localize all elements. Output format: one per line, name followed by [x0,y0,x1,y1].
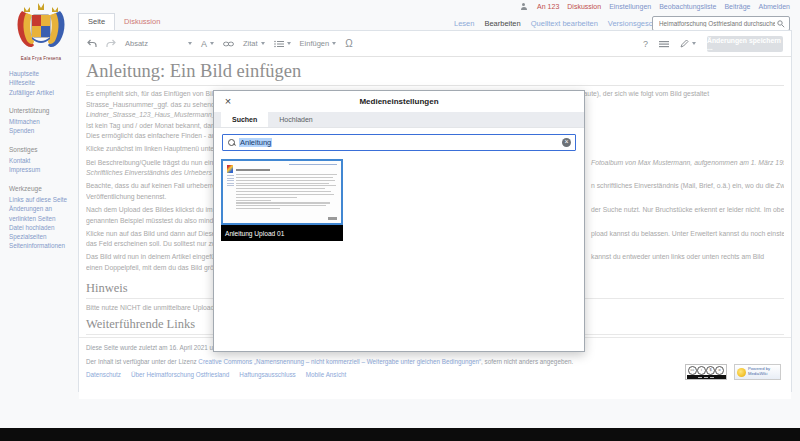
sidebar-link-hauptseite[interactable]: Hauptseite [9,69,73,78]
sidebar-link-kontakt[interactable]: Kontakt [9,156,73,165]
pencil-icon [680,39,689,48]
article-text-right: kannst du entweder unten links oder unte… [591,253,764,260]
menu-icon [659,40,669,48]
paragraph-format-dropdown[interactable]: Absatz [125,39,192,48]
mini-page-text [236,174,337,211]
link-button[interactable] [223,39,234,48]
save-changes-button[interactable]: Änderungen speichern ... [707,36,783,52]
cc-icon: cc [688,366,697,375]
search-results: Anleitung Upload 01 [214,151,584,249]
clear-search-icon[interactable]: × [562,138,571,147]
personal-tools: An 123DiskussionEinstellungenBeobachtung… [520,3,790,10]
redo-icon [106,39,116,48]
sidebar-item: Mitmachen [9,117,73,126]
text-style-label: A [201,39,207,49]
dialog-tab-suchen[interactable]: Suchen [221,112,268,127]
site-search[interactable] [652,16,790,31]
dialog-tab-hochladen[interactable]: Hochladen [268,112,323,127]
view-bearbeiten[interactable]: Bearbeiten [484,19,520,28]
sidebar-link-hilfeseite[interactable]: Hilfeseite [9,78,73,87]
sidebar-link-mitmachen[interactable]: Mitmachen [9,117,73,126]
media-settings-dialog: × Medieneinstellungen SuchenHochladen An… [213,90,585,352]
site-search-input[interactable] [657,19,777,28]
sidebar-item: Zufälliger Artikel [9,88,73,97]
sidebar-link-links-auf-diese-seite[interactable]: Links auf diese Seite [9,195,73,204]
sidebar-item: Seiteninformationen [9,241,73,250]
footer-link--ber-heimatforschung-ostfriesland[interactable]: Über Heimatforschung Ostfriesland [131,371,229,378]
sidebar-section-header: Unterstützung [9,106,73,115]
mini-page-badge [328,217,337,220]
special-character-button[interactable]: Ω [345,38,352,49]
page-title: Anleitung: Ein Bild einfügen [86,61,784,86]
license-link[interactable]: Creative Commons „Namensnennung – nicht … [198,358,481,365]
article-text-right: n schriftliches Einverständnis (Mail, Br… [591,182,784,189]
sidebar-link-datei-hochladen[interactable]: Datei hochladen [9,223,73,232]
chevron-down-icon [261,42,265,45]
close-icon[interactable]: × [221,94,235,108]
media-search-value: Anleitung [239,138,272,147]
view-quelltext-bearbeiten[interactable]: Quelltext bearbeiten [531,19,598,28]
screen: Eala Frya Fresena An 123DiskussionEinste… [0,0,800,441]
article-text-right: Fotoalbum von Max Mustermann, aufgenomme… [591,159,784,166]
sidebar-item: Änderungen an verlinkten Seiten [9,204,73,223]
link-icon [223,40,234,48]
user-icon [520,3,527,10]
footer-link-mobile-ansicht[interactable]: Mobile Ansicht [306,371,347,378]
article-text-right: der Suche nutzt. Nur Bruchstücke erkennt… [591,206,784,213]
personal-link-diskussion[interactable]: Diskussion [567,3,601,10]
media-search-field[interactable]: Anleitung × [222,134,576,151]
sidebar-item: Spenden [9,126,73,135]
article-text-left: Dies ermöglicht das einfachere Finden - … [86,132,234,139]
sidebar-link-impressum[interactable]: Impressum [9,165,73,174]
sidebar-link-seiteninformationen[interactable]: Seiteninformationen [9,241,73,250]
redo-button[interactable] [106,39,116,48]
sidebar-link-spenden[interactable]: Spenden [9,126,73,135]
footer-link-haftungsausschluss[interactable]: Haftungsausschluss [239,371,295,378]
cite-dropdown[interactable]: Zitat [243,39,265,48]
text-style-dropdown[interactable]: A [201,39,214,49]
dialog-tabs: SuchenHochladen [214,112,584,128]
mini-page-topline [289,164,337,165]
chevron-down-icon [692,42,696,45]
mediawiki-sunflower-icon [737,368,746,377]
list-format-dropdown[interactable] [274,40,291,48]
cc-by-icon: i [697,366,706,375]
personal-link-abmelden[interactable]: Abmelden [758,3,790,10]
tab-diskussion[interactable]: Diskussion [115,14,169,30]
bullet-list-icon [274,40,284,48]
toolbar-right-group: ? Änderungen speichern ... [643,36,783,52]
personal-link-einstellungen[interactable]: Einstellungen [609,3,651,10]
sidebar-link-spezialseiten[interactable]: Spezialseiten [9,232,73,241]
mini-page-sidebar [227,175,234,188]
help-button[interactable]: ? [643,39,648,49]
sidebar: HauptseiteHilfeseiteZufälliger ArtikelUn… [9,69,73,251]
user-page-link[interactable]: An 123 [537,3,559,10]
creative-commons-badge-icon[interactable]: cc i $ o [685,364,727,380]
article-text-left: Veröffentlichung benennst. [86,193,166,200]
media-result-item[interactable]: Anleitung Upload 01 [221,159,343,241]
cite-label: Zitat [243,39,258,48]
view-lesen[interactable]: Lesen [454,19,474,28]
article-text-left: genannten Beispiel müsstest du also mind… [86,217,233,224]
undo-button[interactable] [87,39,97,48]
sidebar-link-zuf-lliger-artikel[interactable]: Zufälliger Artikel [9,88,73,97]
search-icon [227,138,236,147]
insert-label: Einfügen [300,39,330,48]
sidebar-item: Datei hochladen [9,223,73,232]
cc-sa-icon: o [715,366,724,375]
page-options-button[interactable] [659,39,669,48]
insert-dropdown[interactable]: Einfügen [300,39,337,48]
sidebar-link--nderungen-an-verlinkten-seiten[interactable]: Änderungen an verlinkten Seiten [9,204,73,223]
chevron-down-icon [287,42,291,45]
personal-link-beobachtungsliste[interactable]: Beobachtungsliste [659,3,716,10]
tab-seite[interactable]: Seite [78,13,115,30]
site-logo[interactable]: Eala Frya Fresena [12,1,70,65]
chevron-down-icon [210,42,214,45]
personal-link-beiträge[interactable]: Beiträge [724,3,750,10]
editing-mode-dropdown[interactable] [680,39,696,48]
namespace-tabs: SeiteDiskussion [78,13,169,30]
mediawiki-badge[interactable]: Powered by MediaWiki [734,364,781,380]
undo-icon [87,39,97,48]
footer-link-datenschutz[interactable]: Datenschutz [86,371,121,378]
sidebar-item: Hauptseite [9,69,73,78]
